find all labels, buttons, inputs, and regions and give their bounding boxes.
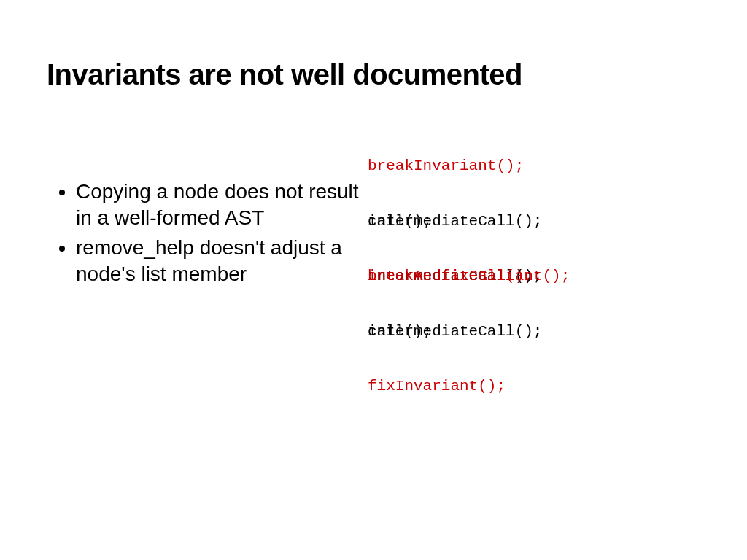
bullet-list: Copying a node does not result in a well…: [47, 179, 368, 288]
code-layer-c: intermediateCaliant();: [368, 157, 570, 395]
slide-body: Copying a node does not result in a well…: [47, 179, 700, 463]
slide: Invariants are not well documented Copyi…: [0, 0, 747, 560]
bullet-column: Copying a node does not result in a well…: [47, 179, 368, 291]
list-item: Copying a node does not result in a well…: [76, 179, 368, 232]
code-column: breakInvariant();intermediateCall();brea…: [368, 157, 700, 463]
slide-title: Invariants are not well documented: [47, 58, 700, 91]
list-item: remove_help doesn't adjust a node's list…: [76, 235, 368, 288]
